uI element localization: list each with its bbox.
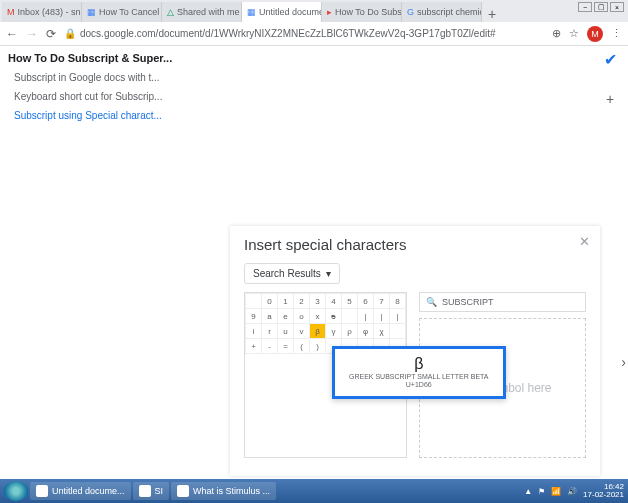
reload-icon[interactable]: ⟳ — [46, 27, 56, 41]
browser-tab[interactable]: ▦How To Cancel Your× — [82, 2, 162, 22]
window-controls[interactable]: −▢× — [578, 2, 624, 12]
browser-tab[interactable]: ▸How To Do Subscrip× — [322, 2, 402, 22]
character-cell[interactable]: = — [278, 339, 294, 354]
side-panel-icons: ✔ + — [598, 50, 622, 109]
add-icon[interactable]: + — [600, 89, 620, 109]
browser-tabstrip: MInbox (483) - snsalel× ▦How To Cancel Y… — [0, 0, 628, 22]
character-cell[interactable]: + — [246, 339, 262, 354]
volume-icon[interactable]: 🔊 — [567, 487, 577, 496]
taskbar-item[interactable]: Untitled docume... — [30, 482, 131, 500]
zoom-icon[interactable]: ⊕ — [552, 27, 561, 40]
taskbar-item[interactable]: SI — [133, 482, 170, 500]
panel-title: Insert special characters — [244, 236, 586, 253]
close-panel-button[interactable]: ✕ — [579, 234, 590, 249]
address-bar: ← → ⟳ 🔒docs.google.com/document/d/1WWrkr… — [0, 22, 628, 46]
character-cell[interactable]: 4 — [326, 294, 342, 309]
network-icon[interactable]: 📶 — [551, 487, 561, 496]
character-cell[interactable] — [246, 294, 262, 309]
category-dropdown[interactable]: Search Results ▾ — [244, 263, 340, 284]
outline-header[interactable]: How To Do Subscript & Super... — [4, 48, 184, 68]
character-cell[interactable] — [342, 309, 358, 324]
word-icon — [177, 485, 189, 497]
outline-item[interactable]: Subscript using Special charact... — [4, 106, 184, 125]
character-cell[interactable]: | — [390, 309, 406, 324]
character-cell[interactable] — [390, 324, 406, 339]
character-cell[interactable]: β — [310, 324, 326, 339]
windows-taskbar: Untitled docume... SI What is Stimulus .… — [0, 479, 628, 503]
character-cell[interactable]: 9 — [246, 309, 262, 324]
character-cell[interactable]: e — [278, 309, 294, 324]
character-cell[interactable]: 0 — [262, 294, 278, 309]
star-icon[interactable]: ☆ — [569, 27, 579, 40]
character-cell[interactable]: u — [278, 324, 294, 339]
character-cell[interactable]: 2 — [294, 294, 310, 309]
browser-tab[interactable]: ▦Untitled document -× — [242, 2, 322, 22]
chevron-right-icon[interactable]: › — [621, 354, 626, 370]
folder-icon — [139, 485, 151, 497]
character-cell[interactable]: a — [262, 309, 278, 324]
chrome-icon — [36, 485, 48, 497]
outline-item[interactable]: Subscript in Google docs with t... — [4, 68, 184, 87]
document-area: How To Do Subscript & Super... Subscript… — [0, 46, 628, 486]
character-cell[interactable]: 3 — [310, 294, 326, 309]
character-cell[interactable]: ρ — [342, 324, 358, 339]
back-icon[interactable]: ← — [6, 27, 18, 41]
outline-item[interactable]: Keyboard short cut for Subscrip... — [4, 87, 184, 106]
character-cell[interactable]: ( — [294, 339, 310, 354]
search-icon: 🔍 — [426, 297, 437, 307]
tooltip-name: GREEK SUBSCRIPT SMALL LETTER BETA — [349, 373, 489, 381]
character-cell[interactable]: 7 — [374, 294, 390, 309]
tooltip-code: U+1D66 — [349, 381, 489, 389]
flag-icon[interactable]: ⚑ — [538, 487, 545, 496]
character-cell[interactable]: i — [246, 324, 262, 339]
browser-tab[interactable]: △Shared with me - Go× — [162, 2, 242, 22]
character-cell[interactable]: - — [262, 339, 278, 354]
document-outline: How To Do Subscript & Super... Subscript… — [4, 46, 184, 127]
character-cell[interactable]: o — [294, 309, 310, 324]
system-tray[interactable]: ▲ ⚑ 📶 🔊 16:42 17-02-2021 — [524, 483, 624, 499]
character-tooltip: β GREEK SUBSCRIPT SMALL LETTER BETA U+1D… — [332, 346, 506, 399]
new-tab-button[interactable]: + — [482, 6, 502, 22]
character-cell[interactable]: γ — [326, 324, 342, 339]
menu-icon[interactable]: ⋮ — [611, 27, 622, 40]
chevron-down-icon: ▾ — [326, 268, 331, 279]
character-cell[interactable]: x — [310, 309, 326, 324]
character-cell[interactable]: v — [294, 324, 310, 339]
character-cell[interactable]: 5 — [342, 294, 358, 309]
character-cell[interactable]: | — [358, 309, 374, 324]
character-cell[interactable]: ) — [310, 339, 326, 354]
start-button[interactable] — [4, 481, 28, 501]
search-input[interactable]: 🔍 SUBSCRIPT — [419, 292, 586, 312]
profile-avatar[interactable]: M — [587, 26, 603, 42]
character-cell[interactable]: ə — [326, 309, 342, 324]
taskbar-item[interactable]: What is Stimulus ... — [171, 482, 276, 500]
character-cell[interactable]: χ — [374, 324, 390, 339]
character-cell[interactable]: r — [262, 324, 278, 339]
character-cell[interactable]: 1 — [278, 294, 294, 309]
forward-icon[interactable]: → — [26, 27, 38, 41]
lock-icon: 🔒 — [64, 28, 76, 39]
browser-tab[interactable]: Gsubscript chemical e× — [402, 2, 482, 22]
check-icon[interactable]: ✔ — [604, 50, 617, 69]
browser-tab[interactable]: MInbox (483) - snsalel× — [2, 2, 82, 22]
url-field[interactable]: 🔒docs.google.com/document/d/1WWrkryNIXZ2… — [64, 28, 544, 39]
tray-icon[interactable]: ▲ — [524, 487, 532, 496]
character-cell[interactable]: | — [374, 309, 390, 324]
tooltip-glyph: β — [349, 355, 489, 373]
character-cell[interactable]: φ — [358, 324, 374, 339]
clock[interactable]: 16:42 17-02-2021 — [583, 483, 624, 499]
character-cell[interactable]: 8 — [390, 294, 406, 309]
character-cell[interactable]: 6 — [358, 294, 374, 309]
